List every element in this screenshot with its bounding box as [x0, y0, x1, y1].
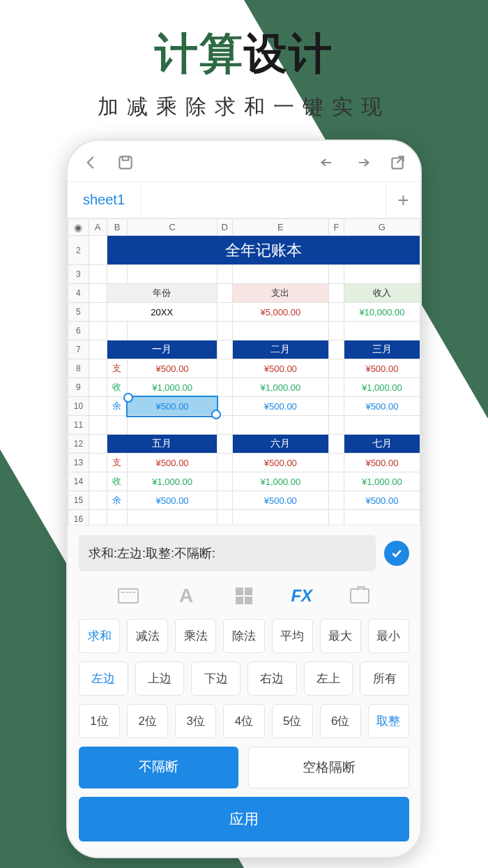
col-B[interactable]: B [107, 219, 128, 236]
layout-icon[interactable] [232, 585, 256, 606]
hdr-income[interactable]: 收入 [344, 284, 420, 303]
col-F[interactable]: F [328, 219, 344, 236]
cell-jul-bal[interactable]: ¥500.00 [344, 491, 420, 510]
cell-jul-exp[interactable]: ¥500.00 [344, 454, 420, 472]
row-6[interactable]: 6 [68, 322, 89, 341]
row-7[interactable]: 7 [68, 341, 89, 359]
font-icon[interactable]: A [174, 585, 198, 606]
spreadsheet[interactable]: ◉ A B C D E F G 2全年记账本 3 4年份支出收入 520XX¥5… [68, 218, 420, 529]
dir-topleft[interactable]: 左上 [304, 661, 353, 696]
col-E[interactable]: E [232, 219, 328, 236]
dir-left[interactable]: 左边 [79, 661, 128, 696]
cell-mar-inc[interactable]: ¥1,000.00 [344, 378, 420, 397]
row-15[interactable]: 15 [68, 491, 89, 510]
hdr-expense[interactable]: 支出 [232, 284, 328, 303]
op-sum[interactable]: 求和 [79, 619, 120, 653]
fx-icon[interactable]: FX [290, 585, 314, 606]
month-jun[interactable]: 六月 [232, 435, 328, 454]
month-mar[interactable]: 三月 [344, 341, 420, 359]
row-13[interactable]: 13 [68, 454, 89, 472]
nobreak-button[interactable]: 不隔断 [79, 747, 238, 788]
formula-input[interactable]: 求和:左边:取整:不隔断: [79, 535, 376, 571]
label-yu2[interactable]: 余 [107, 491, 128, 510]
op-min[interactable]: 最小 [368, 619, 409, 653]
hdr-year[interactable]: 年份 [107, 284, 217, 303]
redo-icon[interactable] [353, 154, 372, 172]
col-A[interactable]: A [89, 219, 107, 236]
label-zhi1[interactable]: 支 [107, 359, 128, 378]
row-14[interactable]: 14 [68, 472, 89, 491]
dir-right[interactable]: 右边 [247, 661, 297, 696]
cell-mar-exp[interactable]: ¥500.00 [344, 359, 420, 378]
month-jul[interactable]: 七月 [344, 435, 420, 454]
op-mul[interactable]: 乘法 [175, 619, 216, 653]
col-G[interactable]: G [344, 219, 420, 236]
label-zhi2[interactable]: 支 [107, 454, 128, 472]
cell-may-inc[interactable]: ¥1,000.00 [128, 472, 217, 491]
tab-sheet1[interactable]: sheet1 [68, 182, 141, 218]
month-jan[interactable]: 一月 [107, 341, 217, 359]
cell-year[interactable]: 20XX [107, 303, 217, 322]
hero-title: 计算设计 [0, 24, 488, 83]
op-avg[interactable]: 平均 [272, 619, 313, 653]
digit-round[interactable]: 取整 [368, 704, 409, 738]
cell-jun-exp[interactable]: ¥500.00 [232, 454, 328, 472]
digit-6[interactable]: 6位 [320, 704, 361, 738]
hero-title-black: 设计 [244, 29, 333, 77]
dir-bottom[interactable]: 下边 [191, 661, 241, 696]
undo-icon[interactable] [319, 154, 337, 172]
function-panel: 求和:左边:取整:不隔断: A FX 求和 减法 乘法 除法 平均 最大 最小 … [68, 525, 420, 857]
digit-5[interactable]: 5位 [272, 704, 313, 738]
row-9[interactable]: 9 [68, 378, 89, 397]
row-5[interactable]: 5 [68, 303, 89, 322]
row-4[interactable]: 4 [68, 284, 89, 303]
col-D[interactable]: D [217, 219, 232, 236]
cell-jul-inc[interactable]: ¥1,000.00 [344, 472, 420, 491]
month-may[interactable]: 五月 [107, 435, 217, 454]
cell-may-bal[interactable]: ¥500.00 [128, 491, 217, 510]
digit-2[interactable]: 2位 [127, 704, 168, 738]
cell-jan-inc[interactable]: ¥1,000.00 [128, 378, 217, 397]
cell-mar-bal[interactable]: ¥500.00 [344, 397, 420, 416]
share-icon[interactable] [388, 154, 406, 172]
op-max[interactable]: 最大 [320, 619, 361, 653]
op-div[interactable]: 除法 [223, 619, 264, 653]
cell-feb-exp[interactable]: ¥500.00 [232, 359, 328, 378]
cell-jun-inc[interactable]: ¥1,000.00 [232, 472, 328, 491]
add-sheet-button[interactable]: + [386, 183, 420, 218]
selected-cell[interactable]: ¥500.00 [128, 397, 217, 416]
month-feb[interactable]: 二月 [232, 341, 328, 359]
cell-jun-bal[interactable]: ¥500.00 [232, 491, 328, 510]
keyboard-icon[interactable] [116, 585, 140, 606]
row-12[interactable]: 12 [68, 435, 89, 454]
spacebreak-button[interactable]: 空格隔断 [248, 747, 409, 788]
row-8[interactable]: 8 [68, 359, 89, 378]
phone-frame: sheet1 + ◉ A B C D E F G 2全年记账本 3 4年份支出收… [66, 140, 422, 858]
cell-feb-inc[interactable]: ¥1,000.00 [232, 378, 328, 397]
cell-expense[interactable]: ¥5,000.00 [232, 303, 328, 322]
cell-jan-exp[interactable]: ¥500.00 [128, 359, 217, 378]
title-banner[interactable]: 全年记账本 [107, 236, 420, 265]
row-2[interactable]: 2 [68, 236, 89, 265]
dir-all[interactable]: 所有 [360, 661, 409, 696]
cell-income[interactable]: ¥10,000.00 [344, 303, 420, 322]
save-icon[interactable] [116, 154, 135, 172]
row-11[interactable]: 11 [68, 416, 89, 435]
select-all[interactable]: ◉ [68, 219, 89, 236]
apply-button[interactable]: 应用 [79, 797, 409, 841]
label-shou2[interactable]: 收 [107, 472, 128, 491]
dir-top[interactable]: 上边 [135, 661, 185, 696]
hero-title-green: 计算 [155, 29, 244, 77]
digit-3[interactable]: 3位 [175, 704, 216, 738]
back-icon[interactable] [82, 154, 100, 172]
cell-feb-bal[interactable]: ¥500.00 [232, 397, 328, 416]
col-C[interactable]: C [128, 219, 217, 236]
digit-4[interactable]: 4位 [223, 704, 264, 738]
row-10[interactable]: 10 [68, 397, 89, 416]
op-sub[interactable]: 减法 [127, 619, 168, 653]
row-3[interactable]: 3 [68, 265, 89, 284]
digit-1[interactable]: 1位 [79, 704, 120, 738]
confirm-button[interactable] [384, 541, 409, 566]
briefcase-icon[interactable] [348, 585, 372, 606]
cell-may-exp[interactable]: ¥500.00 [128, 454, 217, 472]
